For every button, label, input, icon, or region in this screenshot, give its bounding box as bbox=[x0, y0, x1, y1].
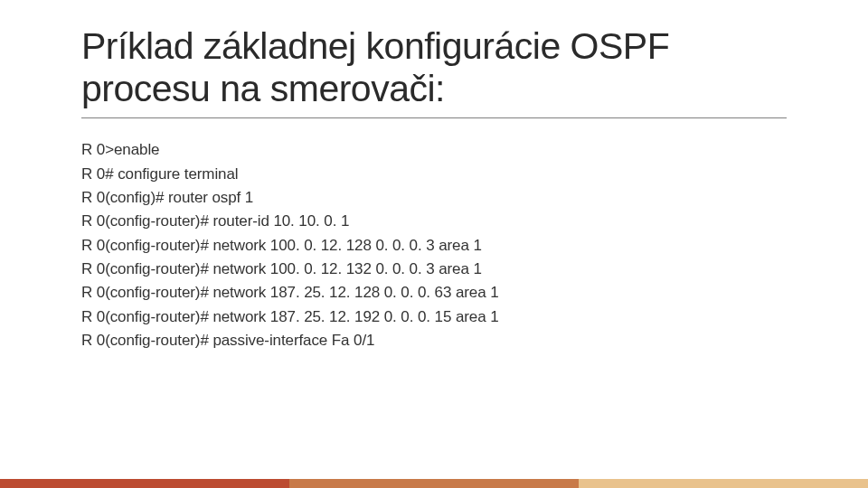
title-underline bbox=[81, 117, 787, 118]
slide-content: Príklad základnej konfigurácie OSPF proc… bbox=[0, 0, 868, 488]
config-line: R 0(config-router)# network 100. 0. 12. … bbox=[81, 258, 787, 281]
config-line: R 0(config-router)# passive-interface Fa… bbox=[81, 329, 787, 352]
config-line: R 0>enable bbox=[81, 138, 787, 162]
config-line: R 0(config-router)# router-id 10. 10. 0.… bbox=[81, 210, 787, 233]
config-line: R 0(config-router)# network 187. 25. 12.… bbox=[81, 305, 787, 329]
footer-segment-2 bbox=[289, 479, 579, 488]
config-block: R 0>enable R 0# configure terminal R 0(c… bbox=[81, 138, 787, 352]
footer-bar bbox=[0, 479, 868, 488]
config-line: R 0(config-router)# network 187. 25. 12.… bbox=[81, 281, 787, 305]
slide-title: Príklad základnej konfigurácie OSPF proc… bbox=[81, 25, 787, 110]
config-line: R 0(config)# router ospf 1 bbox=[81, 186, 787, 210]
config-line: R 0# configure terminal bbox=[81, 163, 787, 186]
footer-segment-1 bbox=[0, 479, 289, 488]
config-line: R 0(config-router)# network 100. 0. 12. … bbox=[81, 234, 787, 258]
footer-segment-3 bbox=[579, 479, 868, 488]
